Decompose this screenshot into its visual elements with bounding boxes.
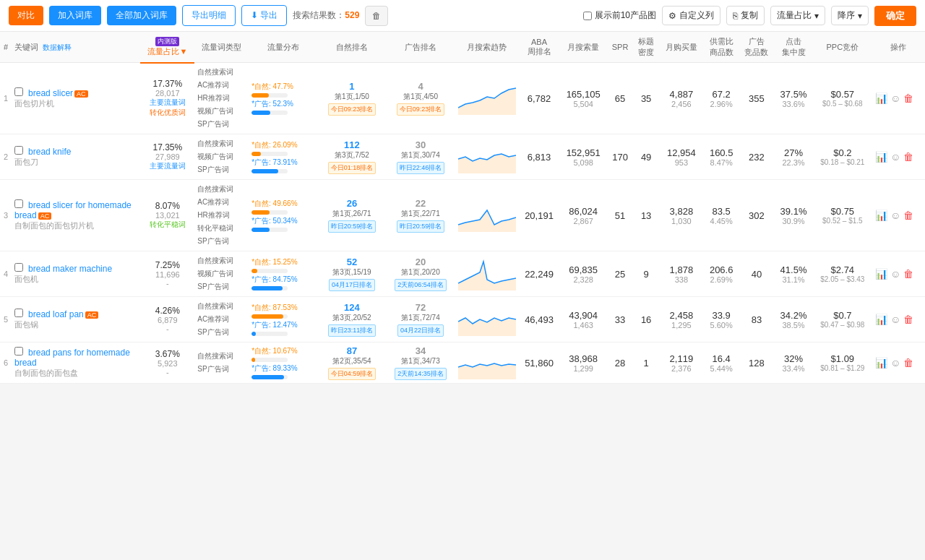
monthly-buy-cell: 4,887 2,456 [659,63,704,134]
keyword-cn: 面包机 [14,275,38,283]
row-checkbox[interactable] [14,263,23,272]
dist-ad-bar-row [251,286,314,290]
monthly-buy-cell: 12,954 953 [659,134,704,180]
dist-ad-bar [251,375,284,379]
sort-order-select[interactable]: 降序 ▾ [831,6,869,25]
delete-icon-button[interactable]: 🗑 [365,6,388,26]
add-all-button[interactable]: 全部加入词库 [107,6,176,25]
traffic-tag: - [166,324,169,333]
monthly-search-value: 69,835 [562,264,603,275]
trend-cell [455,297,519,343]
export-button[interactable]: ⬇ 导出 [241,5,287,26]
smile-icon[interactable]: ☺ [890,151,900,163]
show-top10-label[interactable]: 展示前10产品图 [583,9,656,22]
row-num: 6 [0,343,12,384]
row-checkbox[interactable] [14,199,23,208]
copy-button[interactable]: ⎘ 复制 [726,6,765,25]
natural-rank-time: 昨日23:11排名 [328,324,377,337]
dist-natural-bar-bg [251,314,288,319]
ppc-value: $2.74 [816,264,869,275]
row-checkbox[interactable] [14,87,23,96]
natural-rank-time: 今日09:23排名 [328,103,377,116]
click-focus-cell: 27% 22.3% [774,134,812,180]
smile-icon[interactable]: ☺ [890,268,900,280]
traffic-pct-cell: 17.35% 27,989 主要流量词 [140,134,194,180]
aba-cell: 22,249 [519,251,560,297]
aba-value: 51,860 [522,358,557,369]
natural-rank-cell: 124 第3页,20/52 昨日23:11排名 [317,297,386,343]
traffic-type-tag: SP广告词 [197,163,246,176]
show-top10-checkbox[interactable] [583,12,592,20]
chart-icon[interactable]: 📊 [875,357,887,369]
delete-row-icon[interactable]: 🗑 [903,92,913,104]
natural-rank-num: 1 [320,81,383,92]
ad-compete-value: 355 [742,93,772,104]
keyword-data-tab[interactable]: 数据解释 [43,43,72,51]
chart-icon[interactable]: 📊 [875,210,887,221]
keyword-checkbox-wrap [14,348,23,357]
confirm-button[interactable]: 确定 [874,6,916,26]
export-detail-button[interactable]: 导出明细 [182,5,236,26]
traffic-type-tag: 视频广告词 [197,105,246,118]
spr-value: 51 [610,210,630,221]
dist-ad-label: *广告: 84.75% [251,275,302,285]
ad-rank-num: 30 [389,139,452,150]
monthly-buy-sub: 1,030 [662,217,701,225]
spr-value: 28 [610,358,630,369]
spr-value: 170 [610,152,630,163]
delete-row-icon[interactable]: 🗑 [903,210,913,221]
spr-cell: 51 [607,180,633,251]
dist-ad-label: *广告: 52.3% [251,99,302,109]
title-density-value: 1 [636,358,656,369]
smile-icon[interactable]: ☺ [890,210,900,221]
traffic-tags: - [143,368,192,376]
smile-icon[interactable]: ☺ [890,357,900,369]
monthly-buy-value: 2,119 [662,353,701,364]
smile-icon[interactable]: ☺ [890,314,900,325]
traffic-ratio-select[interactable]: 流量占比 ▾ [770,6,825,25]
trend-cell [455,63,519,134]
compare-button[interactable]: 对比 [9,6,43,25]
chart-icon[interactable]: 📊 [875,268,887,280]
keyword-en: bread pans for homemade bread [14,348,130,368]
add-to-lib-button[interactable]: 加入词库 [49,6,101,25]
monthly-buy-value: 3,828 [662,206,701,217]
ppc-range: $0.47 – $0.98 [816,321,869,329]
click-focus-sub: 31.1% [777,275,809,284]
action-cell: 📊 ☺ 🗑 [872,180,925,251]
click-focus-value: 39.1% [777,206,809,217]
smile-icon[interactable]: ☺ [890,92,900,104]
monthly-buy-cell: 1,878 338 [659,251,704,297]
traffic-type-tag: 转化平稳词 [197,222,246,235]
col-traffic-pct[interactable]: 内测版 流量占比▼ [140,32,194,63]
col-natural-rank: 自然排名 [317,32,386,63]
dist-cell: *自然: 87.53% *广告: 12.47% [249,297,317,343]
row-checkbox[interactable] [14,146,23,155]
chart-icon[interactable]: 📊 [875,314,887,325]
spr-value: 65 [610,93,630,104]
traffic-type-tag: SP广告词 [197,280,246,293]
dist-ad-label: *广告: 89.33% [251,363,302,374]
delete-row-icon[interactable]: 🗑 [903,357,913,369]
chart-icon[interactable]: 📊 [875,151,887,163]
monthly-search-sub: 1,463 [562,321,603,329]
dist-natural-row: *自然: 49.66% [251,199,314,209]
col-dist: 流量分布 [249,32,317,63]
delete-row-icon[interactable]: 🗑 [903,151,913,163]
action-icons: 📊 ☺ 🗑 [875,357,922,369]
supply-cell: 33.9 5.60% [704,297,739,343]
custom-col-select[interactable]: ⚙ 自定义列 [662,6,720,25]
delete-row-icon[interactable]: 🗑 [903,314,913,325]
ad-rank-time: 昨日22:46排名 [397,162,445,174]
supply-cell: 67.2 2.96% [704,63,739,134]
table-row: 3 bread slicer for homemade breadAC 自制面包… [0,180,925,251]
aba-value: 20,191 [522,210,557,221]
monthly-search-value: 152,951 [562,147,603,158]
row-num: 2 [0,134,12,180]
delete-row-icon[interactable]: 🗑 [903,268,913,280]
row-checkbox[interactable] [14,347,23,356]
row-checkbox[interactable] [14,309,23,317]
ad-rank-time: 昨日20:59排名 [397,220,445,233]
dist-natural-row: *自然: 15.25% [251,257,314,267]
chart-icon[interactable]: 📊 [875,92,887,104]
